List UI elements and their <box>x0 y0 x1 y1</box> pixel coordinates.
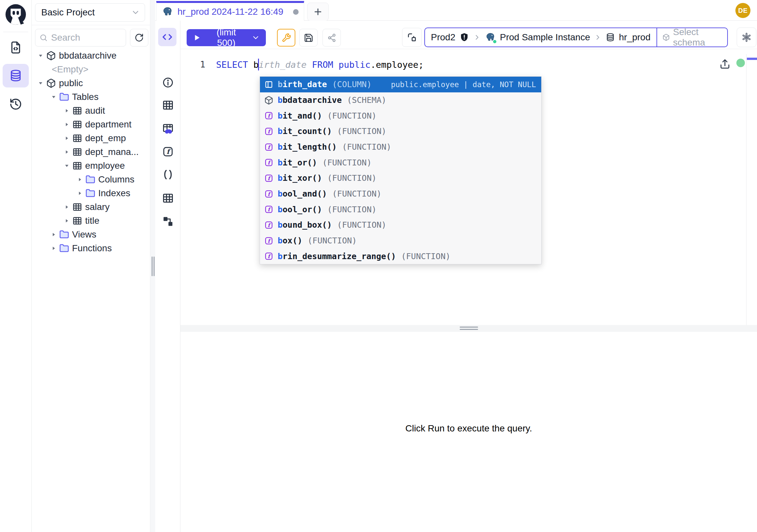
share-sheet-button[interactable] <box>322 29 341 47</box>
caret-right-icon[interactable] <box>49 230 59 239</box>
project-selector[interactable]: Basic Project <box>35 3 145 22</box>
tree-item--empty-[interactable]: <Empty> <box>32 63 150 76</box>
schema-diagram-button[interactable] <box>162 215 174 228</box>
caret-down-icon[interactable] <box>36 78 45 88</box>
tree-item-dept-emp[interactable]: dept_emp <box>32 131 150 145</box>
refresh-button[interactable] <box>130 29 148 47</box>
suggestion-kind: (FUNCTION) <box>332 189 382 199</box>
save-sheet-button[interactable] <box>299 29 318 47</box>
breadcrumb-path[interactable]: Prod2 Prod Sample Instance hr_prod <box>425 28 656 47</box>
autocomplete-item-bit_count[interactable]: fbit_count()(FUNCTION) <box>260 123 541 139</box>
caret-right-icon[interactable] <box>62 202 72 212</box>
tree-item-views[interactable]: Views <box>32 228 150 241</box>
tree-item-dept-mana-[interactable]: dept_mana... <box>32 145 150 159</box>
export-icon[interactable] <box>719 58 731 70</box>
status-dot-green <box>493 39 497 44</box>
connection-button[interactable] <box>402 28 422 47</box>
svg-text:f: f <box>268 160 271 166</box>
autocomplete-item-bit_or[interactable]: fbit_or()(FUNCTION) <box>260 155 541 170</box>
autocomplete-item-bit_length[interactable]: fbit_length()(FUNCTION) <box>260 139 541 155</box>
caret-right-icon[interactable] <box>62 147 72 157</box>
function-icon: f <box>264 204 274 214</box>
autocomplete-item-bbdataarchive[interactable]: bbdataarchive(SCHEMA) <box>260 92 541 108</box>
tree-item-tables[interactable]: Tables <box>32 90 150 104</box>
views-panel-button[interactable] <box>162 192 174 204</box>
chevron-right-icon <box>594 33 602 41</box>
info-button[interactable] <box>162 76 174 89</box>
suggestion-kind: (FUNCTION) <box>327 111 377 121</box>
caret-down-icon[interactable] <box>62 161 72 171</box>
schema-selector[interactable]: Select schema <box>656 28 727 47</box>
suggestion-detail: public.employee | date, NOT NULL <box>391 80 536 89</box>
autocomplete-item-bit_and[interactable]: fbit_and()(FUNCTION) <box>260 108 541 123</box>
tree-item-audit[interactable]: audit <box>32 104 150 118</box>
procedures-panel-button[interactable] <box>162 169 174 181</box>
tables-panel-button[interactable] <box>162 99 174 111</box>
code-line[interactable]: SELECT birth_date FROM public.employee; <box>216 58 424 71</box>
caret-right-icon[interactable] <box>62 216 72 226</box>
svg-text:f: f <box>268 237 271 244</box>
tree-item-employee[interactable]: employee <box>32 159 150 172</box>
tree-item-title[interactable]: title <box>32 214 150 228</box>
tree-item-department[interactable]: department <box>32 118 150 131</box>
autocomplete-item-bound_box[interactable]: fbound_box()(FUNCTION) <box>260 217 541 233</box>
tab-hr-prod[interactable]: hr_prod 2024-11-22 16:49 <box>156 1 304 21</box>
svg-text:f: f <box>268 222 271 228</box>
openai-icon <box>741 32 752 43</box>
autocomplete-item-bool_and[interactable]: fbool_and()(FUNCTION) <box>260 186 541 202</box>
suggestion-name: bool_or() <box>278 205 322 214</box>
shield-alert-icon <box>459 32 469 42</box>
caret-down-icon[interactable] <box>36 51 45 61</box>
autocomplete-item-bit_xor[interactable]: fbit_xor()(FUNCTION) <box>260 170 541 186</box>
tree-item-salary[interactable]: salary <box>32 200 150 214</box>
external-tables-button[interactable] <box>162 122 174 135</box>
rail-database-button[interactable] <box>3 64 29 87</box>
suggestion-kind: (FUNCTION) <box>337 220 387 230</box>
database-icon <box>9 69 22 82</box>
sql-editor-pane[interactable]: 1 SELECT birth_date FROM public.employee… <box>180 49 757 325</box>
function-icon: f <box>264 236 274 246</box>
sql-keyword: public <box>339 60 371 70</box>
autocomplete-item-brin_desummarize_range[interactable]: fbrin_desummarize_range()(FUNCTION) <box>260 248 541 264</box>
results-splitter[interactable] <box>180 325 757 332</box>
tree-item-columns[interactable]: Columns <box>32 172 150 186</box>
connection-breadcrumb[interactable]: Prod2 Prod Sample Instance hr_prod Selec… <box>424 27 728 47</box>
chevron-down-icon[interactable] <box>252 33 260 42</box>
run-query-button[interactable]: (limit 500) <box>187 29 266 46</box>
tree-item-label: <Empty> <box>52 64 88 75</box>
new-tab-button[interactable] <box>307 3 329 21</box>
autocomplete-item-birth_date[interactable]: birth_date(COLUMN)public.employee | date… <box>260 77 541 92</box>
tree-item-bbdataarchive[interactable]: bbdataarchive <box>32 49 150 63</box>
autocomplete-item-bool_or[interactable]: fbool_or()(FUNCTION) <box>260 202 541 217</box>
caret-right-icon[interactable] <box>75 174 85 184</box>
bytebase-logo[interactable] <box>5 3 27 25</box>
tree-item-functions[interactable]: Functions <box>32 241 150 255</box>
tree-item-public[interactable]: public <box>32 76 150 90</box>
space <box>333 60 339 70</box>
caret-right-icon[interactable] <box>49 243 59 253</box>
function-icon: f <box>264 173 274 183</box>
suggestion-name: bool_and() <box>278 189 327 199</box>
rail-worksheet-button[interactable] <box>3 36 29 59</box>
avatar[interactable]: DE <box>735 3 750 18</box>
wrench-icon <box>282 33 291 43</box>
caret-right-icon[interactable] <box>62 106 72 116</box>
suggestion-kind: (FUNCTION) <box>342 142 392 152</box>
ai-assistant-button[interactable] <box>737 27 756 47</box>
suggestion-name: bit_length() <box>278 142 337 152</box>
autocomplete-item-box[interactable]: fbox()(FUNCTION) <box>260 233 541 249</box>
suggestion-name: bit_xor() <box>278 173 322 183</box>
sidebar-splitter[interactable] <box>150 0 155 532</box>
caret-right-icon[interactable] <box>62 133 72 143</box>
svg-text:f: f <box>268 191 271 197</box>
search-input[interactable] <box>51 32 122 43</box>
format-sql-button[interactable] <box>277 29 295 47</box>
functions-panel-button[interactable]: f <box>162 145 174 158</box>
caret-right-icon[interactable] <box>75 188 85 198</box>
caret-right-icon[interactable] <box>62 120 72 129</box>
code-mode-button[interactable] <box>158 28 176 46</box>
caret-down-icon[interactable] <box>49 92 59 102</box>
tree-item-indexes[interactable]: Indexes <box>32 186 150 200</box>
instance-name: Prod Sample Instance <box>500 32 590 43</box>
rail-history-button[interactable] <box>3 92 29 116</box>
